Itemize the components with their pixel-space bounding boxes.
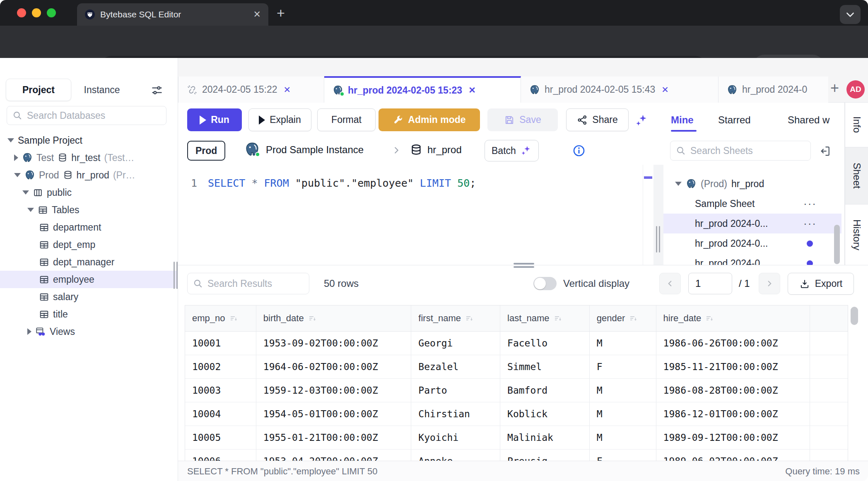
close-window-button[interactable] [17,8,26,17]
chevron-right-icon[interactable] [14,154,18,161]
results-resize-handle[interactable] [514,261,534,269]
tab-shared[interactable]: Shared w [788,114,829,126]
format-button[interactable]: Format [317,108,376,131]
cell[interactable]: 1986-08-28T00:00:00Z [656,379,810,402]
chevron-down-icon[interactable] [27,208,34,212]
results-search[interactable] [187,273,309,294]
database-search-input[interactable] [27,110,161,121]
close-tab-icon[interactable]: ✕ [284,85,291,95]
cell[interactable]: Georgi [411,332,500,355]
tab-mine[interactable]: Mine [671,114,694,126]
editor-tab-3[interactable]: hr_prod 2024-02-05 15:43 ✕ [521,77,719,103]
editor-tab-4[interactable]: hr_prod 2024-0 [719,77,828,103]
admin-mode-button[interactable]: Admin mode [379,108,480,131]
table-row[interactable]: 10001 1953-09-02T00:00:00Z Georgi Facell… [185,332,848,355]
cell[interactable]: 10006 [185,450,256,461]
sheet-group-hr-prod[interactable]: (Prod) hr_prod [663,174,841,194]
more-menu-icon[interactable]: ··· [803,217,817,230]
cell[interactable]: Facello [500,332,590,355]
cell[interactable]: 1986-06-26T00:00:00Z [656,332,810,355]
vertical-display-toggle[interactable] [533,277,557,290]
cell[interactable]: F [590,450,656,461]
cell[interactable]: F [590,355,656,379]
cell[interactable]: 1955-01-21T00:00:00Z [256,426,412,450]
table-row[interactable]: 10003 1959-12-03T00:00:00Z Parto Bamford… [185,379,848,402]
sheet-search[interactable] [670,141,811,161]
tree-item-table-employee[interactable]: employee [0,271,178,288]
column-header[interactable]: first_name [411,305,500,332]
tab-instance[interactable]: Instance [71,79,133,101]
tab-search-button[interactable] [840,5,861,24]
column-header[interactable]: birth_date [256,305,412,332]
ai-sparkles-icon[interactable] [634,113,649,127]
cell[interactable]: Chirstian [411,402,500,426]
cell[interactable]: 1954-05-01T00:00:00Z [256,402,412,426]
tab-project[interactable]: Project [6,79,71,101]
sheet-search-input[interactable] [690,145,805,156]
column-header[interactable]: gender [590,305,656,332]
column-header[interactable]: last_name [500,305,590,332]
tree-item-schema-public[interactable]: public [0,184,178,201]
more-menu-icon[interactable]: ··· [803,197,817,210]
editor-tab-1[interactable]: 2024-02-05 15:22 ✕ [178,77,324,103]
chevron-right-icon[interactable] [27,328,31,335]
chevron-down-icon[interactable] [7,138,14,142]
cell[interactable]: Maliniak [500,426,590,450]
cell[interactable]: Kyoichi [411,426,500,450]
database-name[interactable]: hr_prod [427,144,462,156]
tab-history[interactable]: History [845,204,868,266]
table-row[interactable]: 10005 1955-01-21T00:00:00Z Kyoichi Malin… [185,426,848,450]
cell[interactable]: 10004 [185,402,256,426]
cell[interactable]: M [590,402,656,426]
browser-tab-close-icon[interactable]: ✕ [253,10,261,19]
browser-new-tab-button[interactable]: + [277,5,285,21]
run-button[interactable]: Run [187,108,242,131]
tree-item-hr-prod[interactable]: Prod hr_prod (Pr… [0,166,178,184]
tree-item-tables-group[interactable]: Tables [0,201,178,219]
table-scrollbar[interactable] [851,307,858,325]
info-icon[interactable] [572,144,586,157]
chevron-down-icon[interactable] [675,182,682,186]
zoom-window-button[interactable] [47,8,56,17]
table-row[interactable]: 10006 1953-04-20T00:00:00Z Anneke Preusi… [185,450,848,461]
tree-item-views-group[interactable]: Views [0,323,178,340]
user-avatar[interactable]: AD [846,80,865,99]
sheet-list-scrollbar[interactable] [834,225,840,264]
close-tab-icon[interactable]: ✕ [661,85,669,95]
tab-sheet[interactable]: Sheet [845,147,868,204]
tree-item-sample-project[interactable]: Sample Project [0,132,178,149]
editor-tab-2[interactable]: hr_prod 2024-02-05 15:23 ✕ [324,76,521,103]
sheet-item-partial-top[interactable]: hr_prod 2024-0... [663,165,841,169]
save-button[interactable]: Save [487,108,558,131]
cell[interactable]: 1985-11-21T00:00:00Z [656,355,810,379]
cell[interactable]: 1953-09-02T00:00:00Z [256,332,412,355]
sheet-item-2[interactable]: hr_prod 2024-0... [663,233,841,253]
cell[interactable]: Koblick [500,402,590,426]
tab-info[interactable]: Info [845,103,868,147]
cell[interactable]: M [590,332,656,355]
chevron-down-icon[interactable] [22,190,29,195]
cell[interactable]: 1953-04-20T00:00:00Z [256,450,412,461]
cell[interactable]: 10005 [185,426,256,450]
cell[interactable]: 10003 [185,379,256,402]
batch-mode-button[interactable]: Batch [485,140,539,161]
cell[interactable]: Preusig [500,450,590,461]
instance-name[interactable]: Prod Sample Instance [266,144,364,156]
explain-button[interactable]: Explain [248,108,311,131]
cell[interactable]: M [590,426,656,450]
cell[interactable]: 10001 [185,332,256,355]
cell[interactable]: Simmel [500,355,590,379]
close-tab-icon[interactable]: ✕ [468,85,476,95]
splitter-handle[interactable] [656,226,661,253]
cell[interactable]: 1989-09-12T00:00:00Z [656,426,810,450]
table-row[interactable]: 10004 1954-05-01T00:00:00Z Chirstian Kob… [185,402,848,426]
sheet-item-sample-sheet[interactable]: Sample Sheet ··· [663,194,841,214]
export-button[interactable]: Export [788,273,854,295]
cell[interactable]: 1964-06-02T00:00:00Z [256,355,412,379]
tree-item-table-title[interactable]: title [0,305,178,323]
cell[interactable]: 10002 [185,355,256,379]
cell[interactable]: 1986-12-01T00:00:00Z [656,402,810,426]
column-header[interactable]: hire_date [656,305,810,332]
cell[interactable]: M [590,379,656,402]
tree-item-hr-test[interactable]: Test hr_test (Test… [0,149,178,166]
